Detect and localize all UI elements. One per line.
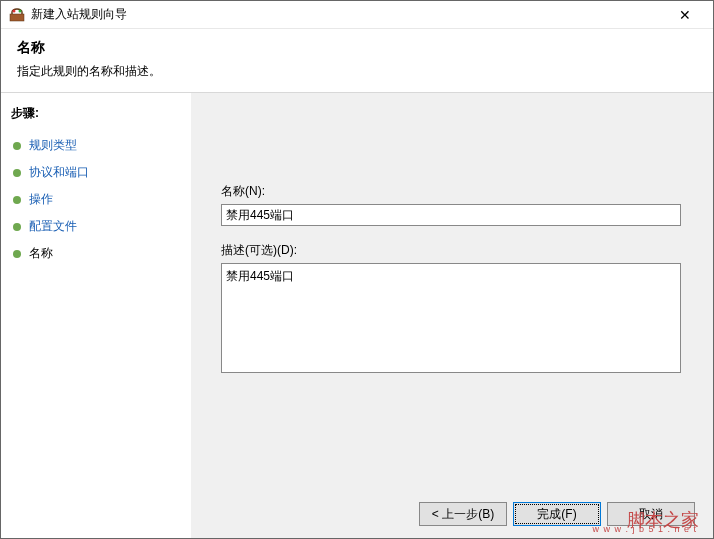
steps-sidebar: 步骤: 规则类型 协议和端口 操作 配置文件 名称 — [1, 93, 191, 538]
svg-point-2 — [19, 9, 22, 12]
sidebar-item-label: 名称 — [29, 245, 53, 262]
sidebar-item-rule-type[interactable]: 规则类型 — [11, 132, 181, 159]
name-field-group: 名称(N): — [221, 183, 683, 226]
back-button[interactable]: < 上一步(B) — [419, 502, 507, 526]
main-row: 步骤: 规则类型 协议和端口 操作 配置文件 名称 — [1, 93, 713, 538]
sidebar-item-label: 操作 — [29, 191, 53, 208]
bullet-icon — [13, 223, 21, 231]
bullet-icon — [13, 142, 21, 150]
cancel-button[interactable]: 取消 — [607, 502, 695, 526]
sidebar-item-name[interactable]: 名称 — [11, 240, 181, 267]
content-panel: 名称(N): 描述(可选)(D): < 上一步(B) 完成(F) 取消 — [191, 93, 713, 538]
svg-rect-0 — [10, 14, 24, 21]
sidebar-item-profile[interactable]: 配置文件 — [11, 213, 181, 240]
description-field-group: 描述(可选)(D): — [221, 242, 683, 376]
sidebar-item-label: 协议和端口 — [29, 164, 89, 181]
sidebar-item-label: 配置文件 — [29, 218, 77, 235]
page-title: 名称 — [17, 39, 697, 57]
titlebar: 新建入站规则向导 ✕ — [1, 1, 713, 29]
bullet-icon — [13, 250, 21, 258]
header-area: 名称 指定此规则的名称和描述。 — [1, 29, 713, 93]
bullet-icon — [13, 169, 21, 177]
svg-point-1 — [13, 9, 16, 12]
name-label: 名称(N): — [221, 183, 683, 200]
bullet-icon — [13, 196, 21, 204]
wizard-dialog: 新建入站规则向导 ✕ 名称 指定此规则的名称和描述。 步骤: 规则类型 协议和端… — [0, 0, 714, 539]
page-subtitle: 指定此规则的名称和描述。 — [17, 63, 697, 80]
description-input[interactable] — [221, 263, 681, 373]
sidebar-item-protocol-port[interactable]: 协议和端口 — [11, 159, 181, 186]
close-icon: ✕ — [679, 7, 691, 23]
sidebar-item-action[interactable]: 操作 — [11, 186, 181, 213]
app-icon — [9, 7, 25, 23]
sidebar-item-label: 规则类型 — [29, 137, 77, 154]
window-title: 新建入站规则向导 — [31, 6, 665, 23]
button-bar: < 上一步(B) 完成(F) 取消 — [419, 502, 695, 526]
description-label: 描述(可选)(D): — [221, 242, 683, 259]
name-input[interactable] — [221, 204, 681, 226]
steps-heading: 步骤: — [11, 105, 181, 122]
close-button[interactable]: ✕ — [665, 1, 705, 28]
finish-button[interactable]: 完成(F) — [513, 502, 601, 526]
